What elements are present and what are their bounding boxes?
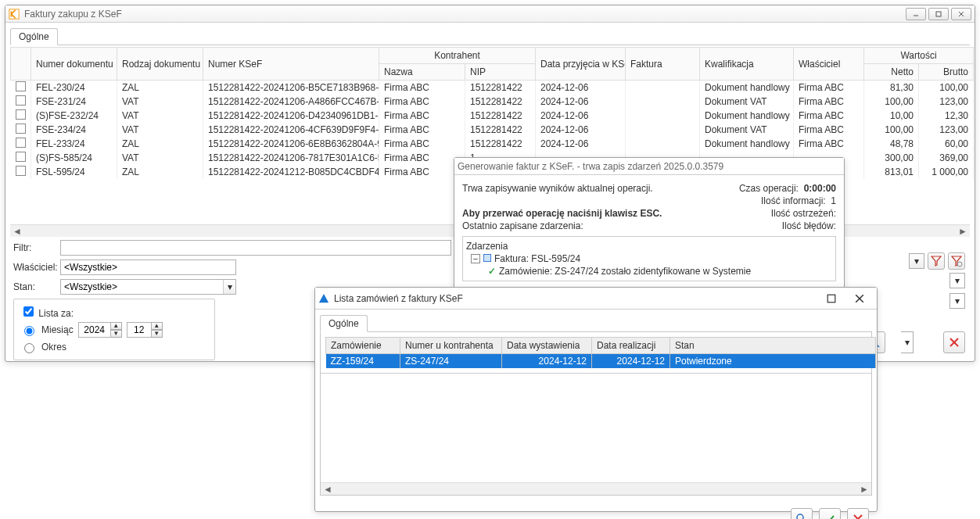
col-ksef-no[interactable]: Numer KSeF bbox=[203, 48, 379, 81]
svg-point-14 bbox=[797, 514, 803, 519]
orders-maximize-button[interactable] bbox=[817, 289, 845, 308]
month-label: Miesiąc bbox=[41, 324, 74, 335]
cell-ksef: 1512281422-20241206-B5CE7183B968-9C bbox=[203, 81, 379, 95]
table-row[interactable]: (S)FSE-232/24VAT1512281422-20241206-D423… bbox=[11, 109, 974, 123]
orders-scroll-left-icon[interactable]: ◄ bbox=[322, 484, 333, 495]
list-for-fieldset: Lista za: Miesiąc ▲▼ ▲▼ Okres bbox=[13, 299, 215, 360]
events-tree[interactable]: Zdarzenia −Faktura: FSL-595/24 ✓Zamówien… bbox=[462, 236, 836, 281]
colgroup-contractor[interactable]: Kontrahent bbox=[379, 48, 536, 64]
scroll-right-icon[interactable]: ► bbox=[957, 226, 968, 237]
cell-name: Firma ABC bbox=[379, 109, 465, 123]
cell-net: 300,00 bbox=[864, 151, 919, 165]
cell-ksef: 1512281422-20241206-D42340961DB1-E3 bbox=[203, 109, 379, 123]
table-row[interactable]: FEL-230/24ZAL1512281422-20241206-B5CE718… bbox=[11, 81, 974, 95]
col-invoice[interactable]: Faktura bbox=[626, 48, 700, 81]
year-input[interactable] bbox=[78, 322, 111, 338]
main-tabstrip: Ogólne bbox=[5, 23, 975, 45]
orders-col-state[interactable]: Stan bbox=[670, 338, 876, 354]
year-up[interactable]: ▲ bbox=[111, 322, 122, 330]
table-row[interactable]: FSE-234/24VAT1512281422-20241206-4CF639D… bbox=[11, 123, 974, 137]
orders-col-order[interactable]: Zamówienie bbox=[326, 338, 400, 354]
progress-title: Generowanie faktur z KSeF. - trwa zapis … bbox=[458, 161, 723, 172]
orders-grid[interactable]: Zamówienie Numer u kontrahenta Data wyst… bbox=[325, 337, 876, 368]
col-check[interactable] bbox=[11, 48, 31, 81]
row-checkbox[interactable] bbox=[16, 81, 26, 91]
radio-month[interactable] bbox=[24, 326, 34, 336]
filter-builder-button[interactable] bbox=[948, 252, 965, 270]
month-input[interactable] bbox=[127, 322, 152, 338]
orders-tab-general[interactable]: Ogólne bbox=[320, 315, 368, 332]
orders-col-realize-date[interactable]: Data realizacji bbox=[592, 338, 670, 354]
month-up[interactable]: ▲ bbox=[152, 322, 163, 330]
year-down[interactable]: ▼ bbox=[111, 330, 122, 338]
orders-confirm-button[interactable] bbox=[819, 508, 841, 519]
table-row[interactable]: FEL-233/24ZAL1512281422-20241206-6E8B636… bbox=[11, 137, 974, 151]
orders-title: Lista zamówień z faktury KSeF bbox=[334, 293, 463, 304]
col-contractor-nip[interactable]: NIP bbox=[465, 64, 536, 81]
table-row[interactable]: FSE-231/24VAT1512281422-20241206-A4866FC… bbox=[11, 95, 974, 109]
orders-cancel-button[interactable] bbox=[847, 508, 869, 519]
orders-search-button[interactable] bbox=[791, 508, 813, 519]
row-checkbox[interactable] bbox=[16, 95, 26, 106]
chevron-down-icon[interactable]: ▾ bbox=[223, 280, 235, 294]
col-netto[interactable]: Netto bbox=[864, 64, 919, 81]
row-checkbox[interactable] bbox=[16, 166, 26, 176]
cell-invoice bbox=[626, 137, 700, 151]
orders-col-issue-date[interactable]: Data wystawienia bbox=[502, 338, 592, 354]
events-header: Zdarzenia bbox=[466, 240, 832, 252]
col-contractor-name[interactable]: Nazwa bbox=[379, 64, 465, 81]
tree-collapse-icon[interactable]: − bbox=[471, 254, 480, 263]
cell-net: 100,00 bbox=[864, 123, 919, 137]
orders-col-contractor-no[interactable]: Numer u kontrahenta bbox=[400, 338, 502, 354]
col-ksef-date[interactable]: Data przyjęcia w KSeF bbox=[536, 48, 626, 81]
cell-net: 81,30 bbox=[864, 81, 919, 95]
col-doc-type[interactable]: Rodzaj dokumentu bbox=[117, 48, 203, 81]
filter-input[interactable] bbox=[60, 240, 451, 256]
maximize-button[interactable] bbox=[928, 8, 949, 20]
row-checkbox[interactable] bbox=[16, 152, 26, 162]
cell-nip: 1512281422 bbox=[465, 137, 536, 151]
cell-gross: 1 000,00 bbox=[919, 165, 974, 179]
cell-ksef: 1512281422-20241206-A4866FCC467B-C6 bbox=[203, 95, 379, 109]
row-checkbox[interactable] bbox=[16, 138, 26, 148]
row-checkbox[interactable] bbox=[16, 109, 26, 120]
svg-point-5 bbox=[957, 262, 962, 267]
list-for-checkbox[interactable] bbox=[23, 306, 34, 317]
scroll-left-icon[interactable]: ◄ bbox=[12, 226, 23, 237]
close-button[interactable] bbox=[951, 8, 971, 20]
cell-date: 2024-12-06 bbox=[536, 137, 626, 151]
cell-type: VAT bbox=[117, 151, 203, 165]
month-down[interactable]: ▼ bbox=[152, 330, 163, 338]
filter-apply-button[interactable] bbox=[928, 252, 945, 270]
cell-date: 2024-12-06 bbox=[536, 95, 626, 109]
filter-history-dropdown[interactable]: ▾ bbox=[909, 253, 924, 269]
cell-nip: 1512281422 bbox=[465, 109, 536, 123]
cell-gross: 123,00 bbox=[919, 95, 974, 109]
progress-dialog: Generowanie faktur z KSeF. - trwa zapis … bbox=[454, 157, 845, 290]
radio-period[interactable] bbox=[24, 343, 34, 353]
owner-filter-label: Właściciel: bbox=[13, 262, 60, 273]
row-checkbox[interactable] bbox=[16, 123, 26, 134]
tab-general[interactable]: Ogólne bbox=[10, 28, 58, 45]
col-owner[interactable]: Właściciel bbox=[794, 48, 864, 81]
minimize-button[interactable] bbox=[906, 8, 926, 20]
col-qualification[interactable]: Kwalifikacja bbox=[700, 48, 794, 81]
delete-button[interactable] bbox=[943, 331, 965, 353]
col-brutto[interactable]: Brutto bbox=[919, 64, 974, 81]
search-dropdown[interactable]: ▾ bbox=[901, 331, 914, 353]
orders-row-selected[interactable]: ZZ-159/24 ZS-247/24 2024-12-12 2024-12-1… bbox=[326, 354, 876, 369]
orders-close-button[interactable] bbox=[845, 289, 874, 308]
stan-combo[interactable] bbox=[60, 279, 236, 295]
orders-hscroll[interactable]: ◄ ► bbox=[321, 482, 871, 495]
cell-invoice bbox=[626, 123, 700, 137]
owner-dropdown[interactable]: ▾ bbox=[949, 273, 965, 288]
owner-combo[interactable] bbox=[60, 260, 236, 275]
cell-type: VAT bbox=[117, 95, 203, 109]
colgroup-values[interactable]: Wartości bbox=[864, 48, 974, 64]
orders-titlebar: Lista zamówień z faktury KSeF bbox=[315, 288, 877, 310]
orders-scroll-right-icon[interactable]: ► bbox=[859, 484, 870, 495]
stan-filter-label: Stan: bbox=[13, 281, 60, 292]
stan-dropdown-right[interactable]: ▾ bbox=[949, 293, 965, 309]
col-doc-no[interactable]: Numer dokumentu bbox=[31, 48, 117, 81]
cell-owner: Firma ABC bbox=[794, 95, 864, 109]
